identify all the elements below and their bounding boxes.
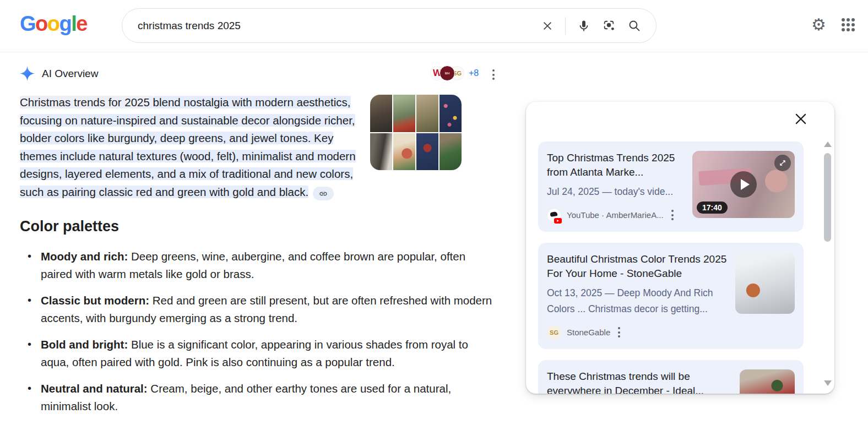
source-card-article[interactable]: These Christmas trends will be everywher… xyxy=(538,360,804,394)
bullet-label: Bold and bright: xyxy=(41,338,128,351)
list-item: Moody and rich: Deep greens, wine, auber… xyxy=(20,248,493,282)
ai-overview-label: AI Overview xyxy=(42,68,98,80)
list-item: Classic but modern: Red and green are st… xyxy=(20,292,493,326)
collage-photo xyxy=(416,95,438,132)
google-apps-button[interactable] xyxy=(842,18,855,31)
citation-link-chip[interactable] xyxy=(313,187,334,200)
bullet-label: Neutral and natural: xyxy=(41,382,148,395)
collage-photo xyxy=(393,95,415,132)
list-item: Bold and bright: Blue is a significant c… xyxy=(20,336,493,371)
bullet-label: Moody and rich: xyxy=(41,250,128,263)
logo-letter: g xyxy=(59,12,72,35)
source-avatar: BH xyxy=(440,66,455,81)
ai-sparkle-icon xyxy=(20,66,35,81)
ai-overview-header: AI Overview xyxy=(20,66,98,81)
stonegable-avatar: SG xyxy=(547,325,561,340)
search-submit-button[interactable] xyxy=(627,19,641,32)
video-duration: 17:40 xyxy=(697,202,728,214)
card-menu-button[interactable] xyxy=(669,208,676,222)
google-lens-button[interactable] xyxy=(602,19,616,32)
close-icon xyxy=(794,112,808,126)
collage-photo xyxy=(416,133,438,171)
article-thumbnail[interactable] xyxy=(740,369,795,394)
source-card-video[interactable]: Top Christmas Trends 2025 from Atlanta M… xyxy=(538,141,804,232)
card-snippet: Jul 24, 2025 — today's vide... xyxy=(547,184,685,200)
logo-letter: G xyxy=(20,12,35,35)
close-icon xyxy=(541,20,554,32)
card-title[interactable]: Beautiful Christmas Color Trends 2025 Fo… xyxy=(547,252,728,280)
youtube-badge-icon xyxy=(554,218,562,224)
collage-photo xyxy=(440,95,462,132)
more-sources-count[interactable]: +8 xyxy=(469,68,479,78)
settings-button[interactable]: ⚙ xyxy=(811,17,826,33)
search-icon xyxy=(627,19,641,32)
ai-overview-content: Christmas trends for 2025 blend nostalgi… xyxy=(20,94,495,424)
section-heading: Color palettes xyxy=(20,218,495,235)
expand-icon xyxy=(779,159,786,167)
youtube-channel-avatar xyxy=(547,208,561,222)
google-search-results-page: Google xyxy=(0,0,868,441)
search-input[interactable] xyxy=(138,20,541,32)
card-source: YouTube · AmberMarieA... xyxy=(567,210,664,220)
highlighted-text: Christmas trends for 2025 xyxy=(20,96,153,108)
collage-photo xyxy=(370,133,392,171)
clear-search-button[interactable] xyxy=(541,20,554,32)
card-title[interactable]: Top Christmas Trends 2025 from Atlanta M… xyxy=(547,151,685,179)
collage-photo xyxy=(440,133,462,171)
article-thumbnail[interactable] xyxy=(735,252,795,314)
voice-search-button[interactable] xyxy=(577,19,590,32)
search-header: Google xyxy=(0,0,868,52)
collage-photo xyxy=(393,133,415,171)
ai-overview-menu-button[interactable] xyxy=(490,67,497,82)
card-source: StoneGable xyxy=(567,328,610,337)
list-item: Neutral and natural: Cream, beige, and o… xyxy=(20,380,493,415)
link-icon xyxy=(319,189,328,198)
play-icon[interactable] xyxy=(730,171,757,198)
gear-icon: ⚙ xyxy=(811,17,826,33)
source-card-article[interactable]: Beautiful Christmas Color Trends 2025 Fo… xyxy=(538,243,804,349)
logo-letter: o xyxy=(35,12,47,35)
christmas-decor-image-collage[interactable] xyxy=(370,95,462,170)
sources-side-panel: Top Christmas Trends 2025 from Atlanta M… xyxy=(526,102,834,394)
card-snippet: Oct 13, 2025 — Deep Moody And Rich Color… xyxy=(547,285,728,317)
scrollbar-thumb[interactable] xyxy=(824,153,831,242)
close-panel-button[interactable] xyxy=(793,111,809,127)
google-logo[interactable]: Google xyxy=(20,12,87,36)
logo-letter: l xyxy=(71,12,76,35)
logo-letter: o xyxy=(47,12,59,35)
ai-overview-paragraph: Christmas trends for 2025 blend nostalgi… xyxy=(20,94,462,201)
google-lens-icon xyxy=(602,19,616,32)
microphone-icon xyxy=(577,19,590,32)
logo-letter: e xyxy=(76,12,87,35)
bullet-label: Classic but modern: xyxy=(41,294,149,307)
card-menu-button[interactable] xyxy=(616,325,622,340)
scroll-down-arrow[interactable] xyxy=(824,380,832,386)
expand-button[interactable] xyxy=(774,155,791,171)
source-avatars[interactable]: W BH SG +8 xyxy=(430,66,479,81)
card-title[interactable]: These Christmas trends will be everywher… xyxy=(547,369,732,394)
video-thumbnail[interactable]: 17:40 xyxy=(692,151,795,218)
search-divider xyxy=(565,17,566,35)
search-box[interactable] xyxy=(122,8,657,43)
scroll-up-arrow[interactable] xyxy=(824,141,832,147)
source-cards: Top Christmas Trends 2025 from Atlanta M… xyxy=(538,141,804,394)
apps-grid-icon xyxy=(842,18,855,31)
collage-photo xyxy=(370,95,392,132)
panel-scrollbar[interactable] xyxy=(823,140,832,388)
color-palettes-list: Moody and rich: Deep greens, wine, auber… xyxy=(20,248,493,415)
